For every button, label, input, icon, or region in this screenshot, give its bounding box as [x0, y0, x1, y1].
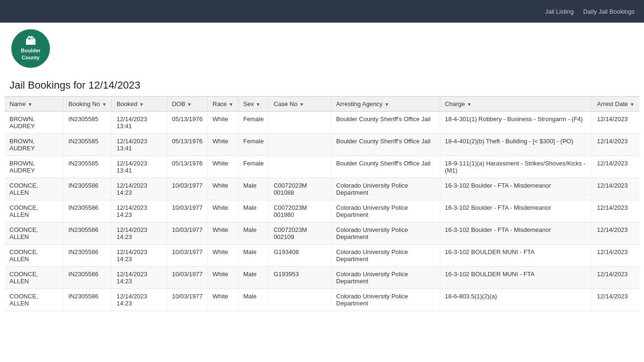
mountain-icon: 🏔 — [25, 36, 36, 47]
cell-arresting_agency: Colorado University Police Department — [331, 245, 440, 267]
cell-arresting_agency: Boulder County Sheriff's Office Jail — [331, 112, 440, 134]
cell-charge: 16-3-102 Boulder - FTA - Misdemeanor — [440, 178, 592, 200]
cell-arresting_agency: Colorado University Police Department — [331, 178, 440, 200]
cell-booked: 12/14/2023 14:23 — [112, 178, 167, 200]
cell-arrest_date: 12/14/2023 — [592, 222, 639, 245]
cell-booked: 12/14/2023 13:41 — [112, 112, 167, 134]
cell-charge: 16-3-102 Boulder - FTA - Misdemeanor — [440, 222, 592, 245]
cell-booked: 12/14/2023 14:23 — [112, 289, 167, 311]
logo-line1: Boulder — [21, 48, 41, 54]
cell-race: White — [207, 112, 238, 134]
col-header-name[interactable]: Name▼ — [5, 97, 64, 112]
filter-icon-booked[interactable]: ▼ — [139, 102, 144, 107]
cell-name: COONCE, ALLEN — [5, 245, 64, 267]
cell-name: COONCE, ALLEN — [5, 289, 64, 311]
cell-dob: 10/03/1977 — [167, 267, 207, 289]
table-row: COONCE, ALLENIN230558612/14/2023 14:2310… — [5, 245, 639, 267]
cell-booking_no: IN2305585 — [64, 134, 112, 156]
cell-case_no: C0072023M 001088 — [269, 178, 331, 200]
cell-arrest_date: 12/14/2023 — [592, 134, 639, 156]
logo: 🏔 Boulder County — [9, 27, 52, 70]
nav-jail-listing[interactable]: Jail Listing — [545, 8, 574, 15]
cell-race: White — [207, 267, 238, 289]
table-row: BROWN, AUDREYIN230558512/14/2023 13:4105… — [5, 112, 639, 134]
cell-sex: Male — [239, 178, 269, 200]
cell-race: White — [207, 289, 238, 311]
cell-dob: 05/13/1976 — [167, 112, 207, 134]
cell-case_no — [269, 289, 331, 311]
logo-area: 🏔 Boulder County — [0, 23, 644, 70]
table-row: BROWN, AUDREYIN230558512/14/2023 13:4105… — [5, 134, 639, 156]
cell-sex: Male — [239, 245, 269, 267]
cell-sex: Male — [239, 200, 269, 222]
cell-arresting_agency: Colorado University Police Department — [331, 222, 440, 245]
cell-case_no: G193953 — [269, 267, 331, 289]
cell-arresting_agency: Boulder County Sheriff's Office Jail — [331, 156, 440, 178]
col-header-booking_no[interactable]: Booking No▼ — [64, 97, 112, 112]
filter-icon-arrest_date[interactable]: ▼ — [630, 102, 635, 107]
cell-arrest_date: 12/14/2023 — [592, 289, 639, 311]
cell-booking_no: IN2305586 — [64, 289, 112, 311]
cell-name: BROWN, AUDREY — [5, 112, 64, 134]
cell-dob: 10/03/1977 — [167, 178, 207, 200]
bookings-table: Name▼Booking No▼Booked▼DOB▼Race▼Sex▼Case… — [5, 96, 639, 311]
col-header-sex[interactable]: Sex▼ — [239, 97, 269, 112]
cell-dob: 10/03/1977 — [167, 222, 207, 245]
cell-booked: 12/14/2023 13:41 — [112, 156, 167, 178]
cell-charge: 16-3-102 BOULDER MUNI - FTA — [440, 245, 592, 267]
cell-charge: 18-4-301(1) Robbery - Business - Stronga… — [440, 112, 592, 134]
cell-arrest_date: 12/14/2023 — [592, 200, 639, 222]
filter-icon-case_no[interactable]: ▼ — [299, 102, 304, 107]
cell-charge: 18-6-803.5(1)(2)(a) — [440, 289, 592, 311]
cell-race: White — [207, 178, 238, 200]
table-row: COONCE, ALLENIN230558612/14/2023 14:2310… — [5, 222, 639, 245]
cell-charge: 18-4-401(2)(b) Theft - Building - [< $30… — [440, 134, 592, 156]
filter-icon-dob[interactable]: ▼ — [187, 102, 192, 107]
cell-dob: 10/03/1977 — [167, 200, 207, 222]
cell-charge: 18-9-111(1)(a) Harassment - Strikes/Shov… — [440, 156, 592, 178]
col-header-case_no[interactable]: Case No▼ — [269, 97, 331, 112]
col-header-arresting_agency[interactable]: Arresting Agency▼ — [331, 97, 440, 112]
cell-arrest_date: 12/14/2023 — [592, 156, 639, 178]
cell-arresting_agency: Colorado University Police Department — [331, 289, 440, 311]
cell-sex: Female — [239, 112, 269, 134]
cell-sex: Male — [239, 222, 269, 245]
cell-name: COONCE, ALLEN — [5, 267, 64, 289]
cell-case_no: C0072023M 001980 — [269, 200, 331, 222]
filter-icon-booking_no[interactable]: ▼ — [102, 102, 107, 107]
filter-icon-arresting_agency[interactable]: ▼ — [384, 102, 389, 107]
cell-booked: 12/14/2023 14:23 — [112, 222, 167, 245]
cell-arrest_date: 12/14/2023 — [592, 267, 639, 289]
nav-daily-jail-bookings[interactable]: Daily Jail Bookings — [583, 8, 635, 15]
cell-arrest_date: 12/14/2023 — [592, 178, 639, 200]
bookings-table-container: Name▼Booking No▼Booked▼DOB▼Race▼Sex▼Case… — [0, 96, 644, 321]
cell-booking_no: IN2305586 — [64, 200, 112, 222]
col-header-charge[interactable]: Charge▼ — [440, 97, 592, 112]
cell-booked: 12/14/2023 14:23 — [112, 267, 167, 289]
cell-race: White — [207, 222, 238, 245]
col-header-dob[interactable]: DOB▼ — [167, 97, 207, 112]
cell-arresting_agency: Colorado University Police Department — [331, 200, 440, 222]
filter-icon-race[interactable]: ▼ — [229, 102, 233, 107]
cell-booking_no: IN2305585 — [64, 112, 112, 134]
table-row: COONCE, ALLENIN230558612/14/2023 14:2310… — [5, 200, 639, 222]
site-header: Jail Listing Daily Jail Bookings — [0, 0, 644, 23]
cell-name: COONCE, ALLEN — [5, 178, 64, 200]
logo-line2: County — [22, 55, 40, 61]
filter-icon-name[interactable]: ▼ — [28, 102, 33, 107]
cell-case_no — [269, 134, 331, 156]
cell-name: BROWN, AUDREY — [5, 156, 64, 178]
cell-case_no: G193408 — [269, 245, 331, 267]
cell-name: COONCE, ALLEN — [5, 200, 64, 222]
cell-booking_no: IN2305586 — [64, 267, 112, 289]
table-row: COONCE, ALLENIN230558612/14/2023 14:2310… — [5, 178, 639, 200]
col-header-booked[interactable]: Booked▼ — [112, 97, 167, 112]
col-header-arrest_date[interactable]: Arrest Date▼ — [592, 97, 639, 112]
cell-dob: 05/13/1976 — [167, 156, 207, 178]
filter-icon-sex[interactable]: ▼ — [256, 102, 260, 107]
filter-icon-charge[interactable]: ▼ — [467, 102, 471, 107]
col-header-race[interactable]: Race▼ — [207, 97, 238, 112]
cell-sex: Male — [239, 267, 269, 289]
cell-sex: Female — [239, 134, 269, 156]
table-row: BROWN, AUDREYIN230558512/14/2023 13:4105… — [5, 156, 639, 178]
